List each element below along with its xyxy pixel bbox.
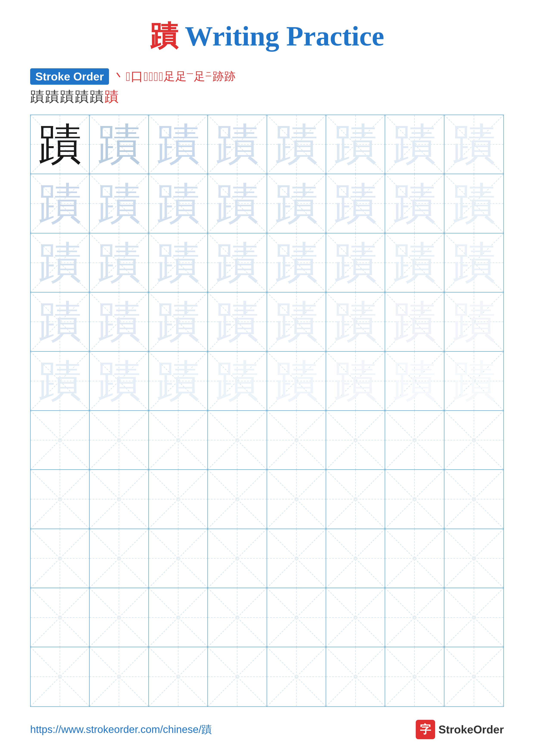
grid-cell: 蹟 [445, 115, 503, 174]
grid-cell-empty [31, 529, 89, 588]
grid-cell: 蹟 [89, 174, 149, 233]
grid-cell-empty [385, 529, 444, 588]
grid-cell: 蹟 [31, 233, 89, 292]
stroke-r2-1: 蹟 [30, 87, 44, 106]
grid-cell: 蹟 [326, 352, 385, 411]
footer-url: https://www.strokeorder.com/chinese/蹟 [30, 723, 212, 736]
practice-char: 蹟 [31, 292, 89, 351]
grid-cell-empty [208, 411, 267, 470]
grid-cell: 蹟 [267, 174, 326, 233]
grid-cell-empty [208, 588, 267, 647]
grid-cell-empty [267, 588, 326, 647]
grid-cell-empty [326, 588, 385, 647]
grid-cell-empty [385, 411, 444, 470]
grid-cell: 蹟 [326, 292, 385, 351]
grid-row-9 [31, 588, 503, 647]
stroke-2: 𠃌 [126, 69, 130, 84]
practice-char: 蹟 [326, 115, 385, 174]
grid-cell: 蹟 [385, 174, 444, 233]
footer-logo: 字 [416, 720, 435, 739]
grid-cell: 蹟 [149, 115, 208, 174]
grid-cell-empty [89, 588, 149, 647]
title-char: 蹟 [150, 20, 178, 51]
grid-cell-empty [89, 529, 149, 588]
practice-char: 蹟 [445, 115, 503, 174]
grid-cell: 蹟 [149, 174, 208, 233]
grid-cell: 蹟 [445, 233, 503, 292]
title-text: Writing Practice [178, 20, 384, 51]
grid-cell-empty [385, 588, 444, 647]
grid-cell-empty [149, 588, 208, 647]
grid-cell: 蹟 [31, 292, 89, 351]
footer-logo-char: 字 [420, 722, 431, 737]
grid-cell-empty [89, 470, 149, 529]
grid-cell-empty [208, 529, 267, 588]
practice-char: 蹟 [385, 292, 444, 351]
grid-cell-empty [445, 647, 503, 706]
stroke-6: 𠃊 [154, 69, 158, 84]
stroke-r2-4: 蹟 [75, 87, 89, 106]
grid-row-4: 蹟 蹟 蹟 蹟 蹟 蹟 蹟 蹟 [31, 292, 503, 351]
grid-cell-empty [31, 647, 89, 706]
grid-row-5: 蹟 蹟 蹟 蹟 蹟 蹟 蹟 蹟 [31, 352, 503, 411]
grid-cell-empty [326, 647, 385, 706]
practice-char: 蹟 [445, 233, 503, 292]
grid-cell: 蹟 [267, 352, 326, 411]
grid-cell-empty [149, 529, 208, 588]
practice-char: 蹟 [31, 174, 89, 233]
grid-cell-empty [149, 411, 208, 470]
practice-char: 蹟 [208, 174, 267, 233]
grid-row-2: 蹟 蹟 蹟 蹟 蹟 蹟 蹟 蹟 [31, 174, 503, 233]
grid-cell-empty [149, 647, 208, 706]
grid-cell-empty [208, 470, 267, 529]
grid-cell-empty [267, 470, 326, 529]
stroke-r2-6: 蹟 [105, 87, 118, 106]
stroke-1: 丶 [113, 68, 125, 85]
grid-cell: 蹟 [208, 115, 267, 174]
grid-row-3: 蹟 蹟 蹟 蹟 蹟 蹟 蹟 蹟 [31, 233, 503, 292]
practice-char: 蹟 [267, 292, 326, 351]
grid-cell-empty [149, 470, 208, 529]
grid-cell: 蹟 [385, 352, 444, 411]
grid-cell: 蹟 [208, 233, 267, 292]
grid-cell: 蹟 [149, 233, 208, 292]
footer-brand-name: StrokeOrder [439, 723, 504, 736]
grid-cell: 蹟 [326, 233, 385, 292]
grid-cell: 蹟 [89, 233, 149, 292]
grid-cell-empty [31, 470, 89, 529]
grid-cell-empty [267, 647, 326, 706]
grid-cell-empty [89, 647, 149, 706]
stroke-order-row2: 蹟 蹟 蹟 蹟 蹟 蹟 [30, 87, 504, 106]
stroke-3: 口 [131, 68, 143, 85]
grid-row-6 [31, 411, 503, 470]
grid-cell-empty [326, 411, 385, 470]
practice-char: 蹟 [267, 174, 326, 233]
grid-cell: 蹟 [31, 174, 89, 233]
grid-cell: 蹟 [208, 292, 267, 351]
page: 蹟 Writing Practice Stroke Order 丶 𠃌 口 𠃍 … [0, 0, 534, 756]
practice-grid: 蹟 蹟 蹟 蹟 蹟 蹟 蹟 [30, 115, 504, 707]
practice-char: 蹟 [445, 174, 503, 233]
grid-cell-empty [445, 588, 503, 647]
practice-char: 蹟 [31, 352, 89, 410]
practice-char: 蹟 [149, 174, 207, 233]
grid-cell-empty [208, 647, 267, 706]
grid-cell: 蹟 [267, 292, 326, 351]
grid-cell: 蹟 [149, 292, 208, 351]
stroke-12: 跡 [224, 69, 236, 84]
grid-cell: 蹟 [149, 352, 208, 411]
grid-cell: 蹟 [267, 233, 326, 292]
grid-cell-empty [326, 470, 385, 529]
stroke-7: 𠀁 [159, 69, 163, 84]
practice-char: 蹟 [326, 233, 385, 292]
grid-cell-empty [31, 588, 89, 647]
practice-char: 蹟 [208, 233, 267, 292]
practice-char: 蹟 [267, 115, 326, 174]
practice-char: 蹟 [267, 352, 326, 410]
grid-row-1: 蹟 蹟 蹟 蹟 蹟 蹟 蹟 [31, 115, 503, 174]
stroke-10: 足ニ [194, 69, 212, 84]
stroke-r2-2: 蹟 [45, 87, 59, 106]
stroke-11: 跡 [213, 69, 224, 84]
grid-cell-empty [267, 411, 326, 470]
grid-cell: 蹟 [445, 352, 503, 411]
